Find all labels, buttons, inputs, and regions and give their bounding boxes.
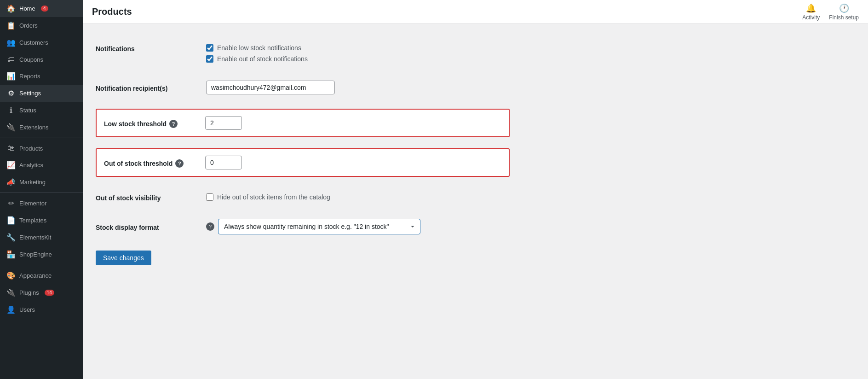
finish-setup-label: Finish setup xyxy=(829,14,859,21)
customers-icon: 👥 xyxy=(6,38,16,47)
sidebar-item-products[interactable]: 🛍 Products xyxy=(0,140,83,157)
hide-catalog-checkbox[interactable] xyxy=(206,193,213,201)
stock-display-select[interactable]: Always show quantity remaining in stock … xyxy=(218,219,420,234)
appearance-icon: 🎨 xyxy=(6,271,16,280)
low-stock-threshold-label: Low stock threshold ? xyxy=(104,118,205,128)
out-of-stock-visibility-row: Out of stock visibility Hide out of stoc… xyxy=(96,184,510,210)
users-icon: 👤 xyxy=(6,305,16,314)
sidebar-item-templates-label: Templates xyxy=(19,217,46,224)
settings-icon: ⚙ xyxy=(6,89,16,98)
low-stock-input[interactable] xyxy=(205,116,242,130)
out-of-stock-input[interactable] xyxy=(205,156,242,169)
status-icon: ℹ xyxy=(6,106,16,115)
sidebar-item-coupons[interactable]: 🏷 Coupons xyxy=(0,51,83,68)
out-of-stock-checkbox[interactable] xyxy=(206,55,213,63)
notification-recipients-label: Notification recipient(s) xyxy=(96,83,206,92)
sidebar-item-plugins-label: Plugins xyxy=(19,289,39,296)
activity-icon: 🔔 xyxy=(806,3,816,13)
templates-icon: 📄 xyxy=(6,216,16,225)
coupons-icon: 🏷 xyxy=(6,55,16,64)
sidebar-item-marketing-label: Marketing xyxy=(19,179,46,186)
reports-icon: 📊 xyxy=(6,72,16,81)
sidebar-item-orders-label: Orders xyxy=(19,22,38,29)
sidebar-item-settings[interactable]: ⚙ Settings xyxy=(0,85,83,102)
sidebar-item-status-label: Status xyxy=(19,107,36,114)
out-of-stock-notification-row[interactable]: Enable out of stock notifications xyxy=(206,55,510,63)
sidebar: 🏠 Home 4 📋 Orders 👥 Customers 🏷 Coupons … xyxy=(0,0,83,379)
products-icon: 🛍 xyxy=(6,144,16,152)
sidebar-item-customers[interactable]: 👥 Customers xyxy=(0,34,83,51)
low-stock-help-icon[interactable]: ? xyxy=(169,120,178,128)
sidebar-item-analytics[interactable]: 📈 Analytics xyxy=(0,157,83,174)
plugins-icon: 🔌 xyxy=(6,288,16,297)
sidebar-item-users-label: Users xyxy=(19,306,35,313)
page-title: Products xyxy=(92,6,132,17)
plugins-badge: 14 xyxy=(45,290,54,296)
topbar-actions: 🔔 Activity 🕐 Finish setup xyxy=(802,3,859,21)
sidebar-item-products-label: Products xyxy=(19,145,43,152)
orders-icon: 📋 xyxy=(6,21,16,30)
sidebar-item-elementskit[interactable]: 🔧 ElementsKit xyxy=(0,229,83,246)
sidebar-item-extensions-label: Extensions xyxy=(19,124,49,131)
sidebar-item-reports[interactable]: 📊 Reports xyxy=(0,68,83,85)
sidebar-item-reports-label: Reports xyxy=(19,73,40,80)
sidebar-item-settings-label: Settings xyxy=(19,90,41,97)
sidebar-item-home[interactable]: 🏠 Home 4 xyxy=(0,0,83,17)
stock-display-help-icon[interactable]: ? xyxy=(206,222,214,231)
sidebar-item-users[interactable]: 👤 Users xyxy=(0,301,83,318)
sidebar-item-extensions[interactable]: 🔌 Extensions xyxy=(0,119,83,136)
content-inner: Notifications Enable low stock notificat… xyxy=(96,35,510,273)
low-stock-checkbox[interactable] xyxy=(206,44,213,52)
activity-label: Activity xyxy=(802,14,820,21)
notifications-row: Notifications Enable low stock notificat… xyxy=(96,35,510,72)
out-of-stock-visibility-label: Out of stock visibility xyxy=(96,192,206,202)
sidebar-item-marketing[interactable]: 📣 Marketing xyxy=(0,174,83,191)
notification-recipients-row: Notification recipient(s) xyxy=(96,72,510,103)
out-of-stock-visibility-field: Hide out of stock items from the catalog xyxy=(206,193,510,201)
elementor-icon: ✏ xyxy=(6,199,16,208)
notification-email-input[interactable] xyxy=(206,81,335,94)
main-area: Products 🔔 Activity 🕐 Finish setup Notif… xyxy=(83,0,868,379)
settings-form: Notifications Enable low stock notificat… xyxy=(96,35,510,273)
marketing-icon: 📣 xyxy=(6,178,16,187)
sidebar-divider-3 xyxy=(0,265,83,265)
sidebar-item-customers-label: Customers xyxy=(19,39,48,46)
sidebar-divider xyxy=(0,138,83,138)
home-icon: 🏠 xyxy=(6,4,16,13)
sidebar-item-home-label: Home xyxy=(19,5,35,12)
sidebar-item-templates[interactable]: 📄 Templates xyxy=(0,212,83,229)
sidebar-item-appearance-label: Appearance xyxy=(19,272,52,279)
sidebar-item-elementor[interactable]: ✏ Elementor xyxy=(0,195,83,212)
stock-display-format-label: Stock display format xyxy=(96,222,206,231)
out-of-stock-checkbox-label: Enable out of stock notifications xyxy=(217,55,308,63)
sidebar-item-elementskit-label: ElementsKit xyxy=(19,234,51,241)
finish-setup-button[interactable]: 🕐 Finish setup xyxy=(829,3,859,21)
stock-display-format-field: ? Always show quantity remaining in stoc… xyxy=(206,219,510,234)
hide-catalog-label: Hide out of stock items from the catalog xyxy=(217,193,330,201)
out-of-stock-help-icon[interactable]: ? xyxy=(175,159,184,168)
sidebar-item-orders[interactable]: 📋 Orders xyxy=(0,17,83,34)
analytics-icon: 📈 xyxy=(6,161,16,169)
low-stock-notification-row[interactable]: Enable low stock notifications xyxy=(206,44,510,52)
save-changes-button[interactable]: Save changes xyxy=(96,251,151,265)
content-area: Notifications Enable low stock notificat… xyxy=(83,24,868,379)
topbar: Products 🔔 Activity 🕐 Finish setup xyxy=(83,0,868,24)
extensions-icon: 🔌 xyxy=(6,123,16,132)
shopengine-icon: 🏪 xyxy=(6,250,16,259)
sidebar-item-analytics-label: Analytics xyxy=(19,162,43,169)
sidebar-item-elementor-label: Elementor xyxy=(19,200,46,207)
activity-button[interactable]: 🔔 Activity xyxy=(802,3,820,21)
notification-recipients-field xyxy=(206,81,510,94)
sidebar-item-shopengine[interactable]: 🏪 ShopEngine xyxy=(0,246,83,263)
hide-catalog-row[interactable]: Hide out of stock items from the catalog xyxy=(206,193,510,201)
out-of-stock-threshold-row: Out of stock threshold ? xyxy=(96,148,510,177)
sidebar-item-plugins[interactable]: 🔌 Plugins 14 xyxy=(0,284,83,301)
low-stock-threshold-row: Low stock threshold ? xyxy=(96,109,510,137)
sidebar-item-shopengine-label: ShopEngine xyxy=(19,251,52,258)
save-changes-row: Save changes xyxy=(96,243,510,273)
out-of-stock-threshold-label: Out of stock threshold ? xyxy=(104,157,205,168)
notifications-label: Notifications xyxy=(96,44,206,52)
sidebar-item-coupons-label: Coupons xyxy=(19,56,43,63)
sidebar-item-appearance[interactable]: 🎨 Appearance xyxy=(0,267,83,284)
sidebar-item-status[interactable]: ℹ Status xyxy=(0,102,83,119)
